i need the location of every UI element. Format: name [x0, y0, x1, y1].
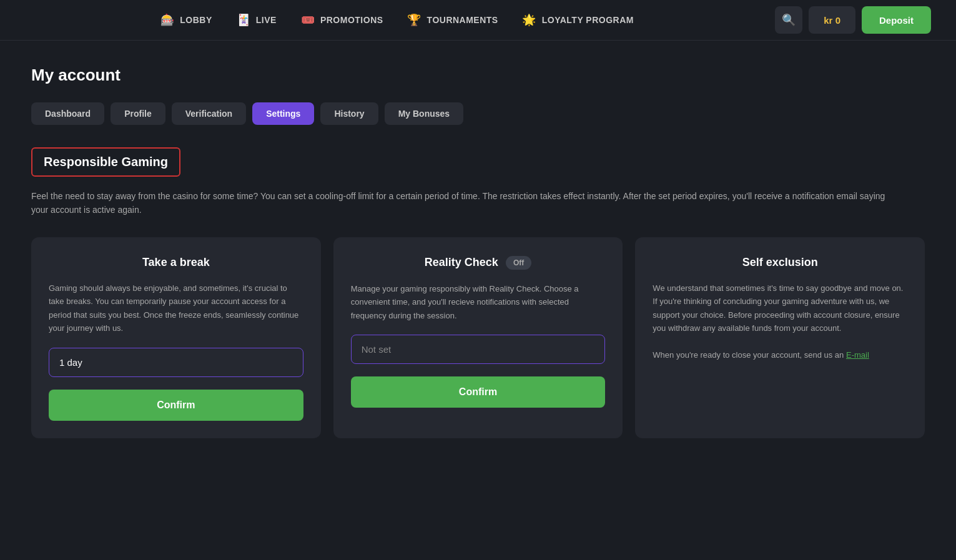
reality-check-toggle[interactable]: Off [506, 256, 531, 270]
balance-button[interactable]: kr 0 [809, 6, 855, 34]
tab-dashboard[interactable]: Dashboard [31, 102, 104, 125]
take-break-input[interactable] [49, 348, 303, 377]
deposit-button[interactable]: Deposit [862, 6, 931, 34]
nav-label-live: LIVE [256, 15, 277, 25]
tournaments-icon: 🏆 [407, 12, 422, 27]
nav-label-tournaments: TOURNAMENTS [427, 15, 498, 25]
section-title: Responsible Gaming [44, 155, 168, 169]
nav-right: 🔍 kr 0 Deposit [775, 6, 931, 34]
self-exclusion-description: We understand that sometimes it's time t… [653, 282, 907, 362]
reality-check-description: Manage your gaming responsibly with Real… [351, 282, 606, 322]
reality-check-confirm-button[interactable]: Confirm [351, 376, 606, 408]
self-exclusion-email-link[interactable]: E-mail [846, 350, 869, 360]
balance-amount: kr 0 [824, 15, 840, 26]
nav-label-promotions: PROMOTIONS [320, 15, 383, 25]
nav-label-loyalty: LOYALTY PROGRAM [542, 15, 634, 25]
reality-check-input[interactable] [351, 335, 606, 364]
deposit-label: Deposit [879, 15, 914, 26]
self-exclusion-card: Self exclusion We understand that someti… [635, 237, 925, 438]
nav-item-loyalty[interactable]: 🌟 LOYALTY PROGRAM [512, 7, 644, 32]
search-icon: 🔍 [782, 13, 796, 27]
live-icon: 🃏 [236, 12, 251, 27]
promotions-icon: 🎟️ [300, 12, 315, 27]
nav-label-lobby: LOBBY [180, 15, 212, 25]
tab-history[interactable]: History [320, 102, 378, 125]
tab-verification[interactable]: Verification [172, 102, 246, 125]
take-break-description: Gaming should always be enjoyable, and s… [49, 282, 303, 335]
page-title: My account [31, 66, 925, 85]
take-break-title: Take a break [49, 256, 303, 269]
responsible-gaming-header: Responsible Gaming [31, 147, 180, 177]
nav-item-tournaments[interactable]: 🏆 TOURNAMENTS [397, 7, 508, 32]
cards-row: Take a break Gaming should always be enj… [31, 237, 925, 438]
navbar: 🎰 LOBBY 🃏 LIVE 🎟️ PROMOTIONS 🏆 TOURNAMEN… [0, 0, 956, 41]
tab-my-bonuses[interactable]: My Bonuses [385, 102, 463, 125]
nav-items: 🎰 LOBBY 🃏 LIVE 🎟️ PROMOTIONS 🏆 TOURNAMEN… [25, 7, 769, 32]
section-description: Feel the need to stay away from the casi… [31, 189, 893, 217]
loyalty-icon: 🌟 [522, 12, 537, 27]
self-exclusion-title: Self exclusion [653, 256, 907, 269]
take-break-confirm-button[interactable]: Confirm [49, 390, 303, 421]
tabs-row: Dashboard Profile Verification Settings … [31, 102, 925, 125]
reality-check-card: Reality Check Off Manage your gaming res… [333, 237, 623, 438]
reality-check-title: Reality Check Off [351, 256, 606, 270]
main-content: My account Dashboard Profile Verificatio… [0, 41, 956, 463]
nav-item-lobby[interactable]: 🎰 LOBBY [150, 7, 222, 32]
nav-item-live[interactable]: 🃏 LIVE [226, 7, 287, 32]
take-break-card: Take a break Gaming should always be enj… [31, 237, 321, 438]
nav-item-promotions[interactable]: 🎟️ PROMOTIONS [290, 7, 393, 32]
search-button[interactable]: 🔍 [775, 6, 802, 34]
tab-settings[interactable]: Settings [252, 102, 314, 125]
tab-profile[interactable]: Profile [111, 102, 165, 125]
lobby-icon: 🎰 [160, 12, 175, 27]
